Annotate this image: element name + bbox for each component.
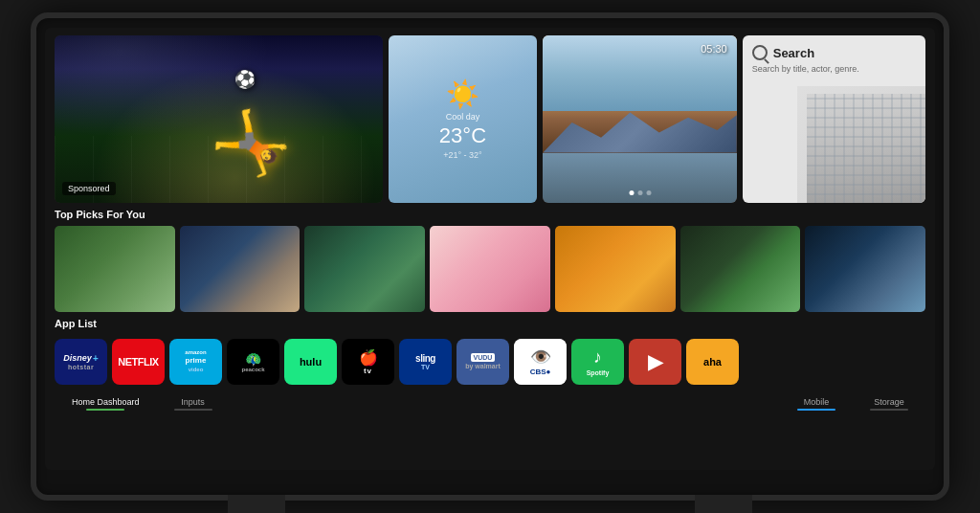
search-title: Search: [773, 46, 814, 60]
dot-2: [637, 190, 642, 195]
nav-storage[interactable]: Storage: [853, 397, 925, 411]
nav-mobile-label: Mobile: [804, 397, 830, 407]
hotstar-label: hotstar: [68, 364, 94, 370]
prime-label: prime: [185, 356, 206, 366]
sponsored-badge: Sponsored: [62, 182, 116, 195]
app-list-row: Disney + hotstar NETFLIX amazon prime: [55, 335, 925, 388]
cbs-eye-icon: 👁️: [530, 346, 551, 368]
nav-storage-label: Storage: [874, 397, 904, 407]
vudu-label: VUDU: [471, 353, 496, 362]
soccer-ball-icon: ⚽: [234, 69, 256, 90]
app-spotify[interactable]: ♪ Spotify: [571, 339, 624, 385]
list-item[interactable]: [180, 226, 301, 312]
bottom-nav: Home Dashboard Inputs Mobile Storage: [55, 393, 925, 414]
appletv-label: tv: [364, 367, 372, 375]
tv-frame: 🤸 ⚽ Sponsored ☀️ Cool day 23°C +21° - 32…: [31, 12, 949, 501]
amazon-label: amazon: [185, 349, 206, 357]
vudu-sub: by walmart: [465, 363, 501, 369]
hero-weather-widget[interactable]: ☀️ Cool day 23°C +21° - 32°: [389, 35, 538, 203]
spotify-label: Spotify: [587, 369, 610, 376]
apple-icon: 🍎: [359, 348, 378, 367]
list-item[interactable]: [805, 226, 925, 312]
peacock-label: peacock: [241, 367, 264, 372]
nav-storage-bar: [870, 409, 908, 411]
sling-label: sling: [415, 353, 435, 364]
screen-content: 🤸 ⚽ Sponsored ☀️ Cool day 23°C +21° - 32…: [45, 28, 935, 470]
list-item[interactable]: [555, 226, 676, 312]
hero-slideshow[interactable]: 05:30: [543, 35, 736, 203]
list-item[interactable]: [430, 226, 550, 312]
app-netflix[interactable]: NETFLIX: [112, 339, 165, 385]
weather-temperature: 23°C: [439, 123, 486, 148]
search-icon: [752, 45, 768, 60]
app-vudu[interactable]: VUDU by walmart: [457, 339, 509, 385]
slideshow-dots: [629, 190, 651, 195]
sling-tv-label: TV: [415, 364, 435, 370]
nav-home-label: Home Dashboard: [72, 397, 140, 407]
nav-mobile[interactable]: Mobile: [780, 397, 853, 411]
tv-stand-right: [695, 495, 752, 513]
nav-inputs-bar: [174, 409, 212, 411]
app-movies[interactable]: ▶: [629, 339, 681, 385]
tv-screen: 🤸 ⚽ Sponsored ☀️ Cool day 23°C +21° - 32…: [45, 28, 935, 470]
weather-range: +21° - 32°: [443, 150, 481, 160]
top-picks-row: [55, 226, 925, 312]
dot-1: [629, 190, 634, 195]
peacock-icon: 🦚: [245, 351, 261, 367]
app-peacock[interactable]: 🦚 peacock: [227, 339, 279, 385]
tv-stand-left: [228, 495, 285, 513]
nav-home-dashboard[interactable]: Home Dashboard: [55, 397, 157, 411]
top-picks-label: Top Picks For You: [55, 209, 925, 220]
app-list-label: App List: [55, 318, 925, 329]
nav-inputs[interactable]: Inputs: [157, 397, 230, 411]
netflix-label: NETFLIX: [118, 356, 158, 368]
dot-3: [646, 190, 651, 195]
app-prime-video[interactable]: amazon prime video: [169, 339, 222, 385]
list-item[interactable]: [680, 226, 801, 312]
spotify-icon: ♪: [593, 347, 602, 368]
weather-sun-icon: ☀️: [446, 78, 479, 110]
search-subtitle: Search by title, actor, genre.: [752, 64, 916, 74]
cbs-label: CBS●: [530, 368, 551, 376]
nav-mobile-bar: [797, 409, 835, 411]
hulu-label: hulu: [300, 356, 322, 368]
hero-row: 🤸 ⚽ Sponsored ☀️ Cool day 23°C +21° - 32…: [55, 35, 925, 203]
hero-main-banner[interactable]: 🤸 ⚽ Sponsored: [55, 35, 383, 203]
hero-search-panel[interactable]: Search Search by title, actor, genre.: [743, 35, 925, 203]
app-aha[interactable]: aha: [686, 339, 739, 385]
app-sling[interactable]: sling TV: [399, 339, 452, 385]
app-cbs[interactable]: 👁️ CBS●: [514, 339, 567, 385]
app-hulu[interactable]: hulu: [284, 339, 337, 385]
plus-symbol: +: [93, 353, 99, 364]
nav-inputs-label: Inputs: [181, 397, 205, 407]
movies-icon: ▶: [648, 350, 662, 373]
app-apple-tv[interactable]: 🍎 tv: [342, 339, 394, 385]
weather-condition: Cool day: [446, 112, 480, 122]
search-building-image: [807, 94, 925, 203]
list-item[interactable]: [304, 226, 425, 312]
app-hotstar[interactable]: Disney + hotstar: [55, 339, 107, 385]
aha-label: aha: [703, 356, 722, 368]
nav-home-bar: [86, 409, 124, 411]
video-label: video: [185, 367, 206, 374]
list-item[interactable]: [55, 226, 175, 312]
disney-plus-label: Disney: [63, 353, 92, 363]
slideshow-time: 05:30: [701, 43, 727, 55]
